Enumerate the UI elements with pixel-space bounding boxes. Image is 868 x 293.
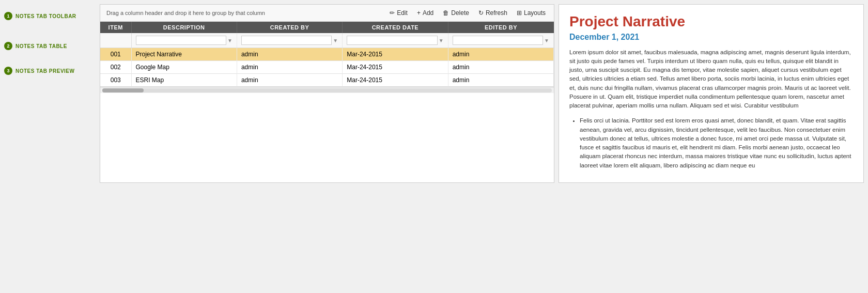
filter-created-by-cell: ▼ <box>237 33 342 48</box>
col-edited-by: EDITED BY <box>448 22 553 33</box>
filter-created-date-cell: ▼ <box>343 33 448 48</box>
refresh-label: Refresh <box>486 9 507 17</box>
refresh-icon: ↻ <box>478 9 484 17</box>
table-cell-0: 001 <box>100 48 131 61</box>
annotation-table: 2 NOTES TAB TABLE <box>4 38 100 54</box>
table-row[interactable]: 003ESRI MapadminMar-24-2015admin <box>100 74 554 87</box>
annotation-toolbar: 1 NOTES TAB TOOLBAR <box>4 8 100 24</box>
filter-created-date-icon[interactable]: ▼ <box>439 38 444 43</box>
table-cell-3: Mar-24-2015 <box>343 61 448 74</box>
add-button[interactable]: + Add <box>413 8 438 18</box>
toolbar: Drag a column header and drop it here to… <box>100 5 554 22</box>
edit-label: Edit <box>397 9 408 17</box>
filter-edited-by-icon[interactable]: ▼ <box>544 38 549 43</box>
edit-icon: ✏ <box>390 9 395 17</box>
preview-bullet-1: Felis orci ut lacinia. Porttitor sed est… <box>580 116 853 170</box>
preview-badge: 3 <box>4 67 12 75</box>
filter-row: ▼ ▼ ▼ <box>100 33 554 48</box>
col-description: DESCRIPTION <box>131 22 237 33</box>
preview-annotation-label: NOTES TAB PREVIEW <box>16 68 74 74</box>
filter-created-by-icon[interactable]: ▼ <box>333 38 338 43</box>
table-cell-1: Project Narrative <box>131 48 237 61</box>
filter-description-input[interactable] <box>136 36 226 45</box>
table-cell-1: ESRI Map <box>131 74 237 87</box>
scroll-track[interactable] <box>102 88 552 92</box>
table-row[interactable]: 001Project NarrativeadminMar-24-2015admi… <box>100 48 554 61</box>
table-cell-0: 002 <box>100 61 131 74</box>
table-cell-3: Mar-24-2015 <box>343 48 448 61</box>
add-icon: + <box>417 9 421 17</box>
refresh-button[interactable]: ↻ Refresh <box>474 8 512 18</box>
filter-created-by-input[interactable] <box>241 36 332 45</box>
preview-panel: Project Narrative December 1, 2021 Lorem… <box>559 4 864 183</box>
table-row[interactable]: 002Google MapadminMar-24-2015admin <box>100 61 554 74</box>
filter-created-date-input[interactable] <box>347 36 437 45</box>
col-created-date: CREATED DATE <box>343 22 448 33</box>
layouts-icon: ⊞ <box>517 9 522 17</box>
filter-edited-by-input[interactable] <box>453 36 543 45</box>
scroll-thumb[interactable] <box>102 88 144 92</box>
preview-bullet-list: Felis orci ut lacinia. Porttitor sed est… <box>580 116 853 170</box>
table-cell-3: Mar-24-2015 <box>343 74 448 87</box>
filter-edited-by-cell: ▼ <box>448 33 553 48</box>
table-panel: Drag a column header and drop it here to… <box>100 4 554 183</box>
col-item: ITEM <box>100 22 131 33</box>
toolbar-annotation-label: NOTES TAB TOOLBAR <box>16 13 76 19</box>
table-cell-2: admin <box>237 61 342 74</box>
horizontal-scrollbar[interactable] <box>100 87 554 93</box>
table-cell-4: admin <box>448 48 553 61</box>
filter-description-icon[interactable]: ▼ <box>227 38 233 43</box>
data-table: ITEM DESCRIPTION CREATED BY CREATED DATE… <box>100 22 554 87</box>
layouts-button[interactable]: ⊞ Layouts <box>513 8 550 18</box>
filter-item-cell <box>100 33 131 48</box>
layouts-label: Layouts <box>524 9 546 17</box>
preview-body: Lorem ipsum dolor sit amet, faucibus mal… <box>569 48 853 170</box>
toolbar-badge: 1 <box>4 12 12 20</box>
preview-paragraph-1: Lorem ipsum dolor sit amet, faucibus mal… <box>569 48 853 111</box>
preview-date: December 1, 2021 <box>569 33 853 42</box>
table-header-row: ITEM DESCRIPTION CREATED BY CREATED DATE… <box>100 22 554 33</box>
table-cell-4: admin <box>448 74 553 87</box>
delete-icon: 🗑 <box>443 9 449 17</box>
add-label: Add <box>423 9 433 17</box>
delete-label: Delete <box>451 9 469 17</box>
table-annotation-label: NOTES TAB TABLE <box>16 43 67 49</box>
main-container: 1 NOTES TAB TOOLBAR 2 NOTES TAB TABLE 3 … <box>4 4 864 183</box>
edit-button[interactable]: ✏ Edit <box>385 8 412 18</box>
filter-description-cell: ▼ <box>131 33 237 48</box>
table-cell-2: admin <box>237 48 342 61</box>
preview-title: Project Narrative <box>569 13 853 30</box>
table-cell-0: 003 <box>100 74 131 87</box>
table-cell-4: admin <box>448 61 553 74</box>
table-cell-1: Google Map <box>131 61 237 74</box>
annotation-preview: 3 NOTES TAB PREVIEW <box>4 63 100 79</box>
toolbar-hint: Drag a column header and drop it here to… <box>104 10 384 16</box>
col-created-by: CREATED BY <box>237 22 342 33</box>
annotations-panel: 1 NOTES TAB TOOLBAR 2 NOTES TAB TABLE 3 … <box>4 4 100 183</box>
table-cell-2: admin <box>237 74 342 87</box>
table-badge: 2 <box>4 42 12 50</box>
delete-button[interactable]: 🗑 Delete <box>439 8 473 18</box>
